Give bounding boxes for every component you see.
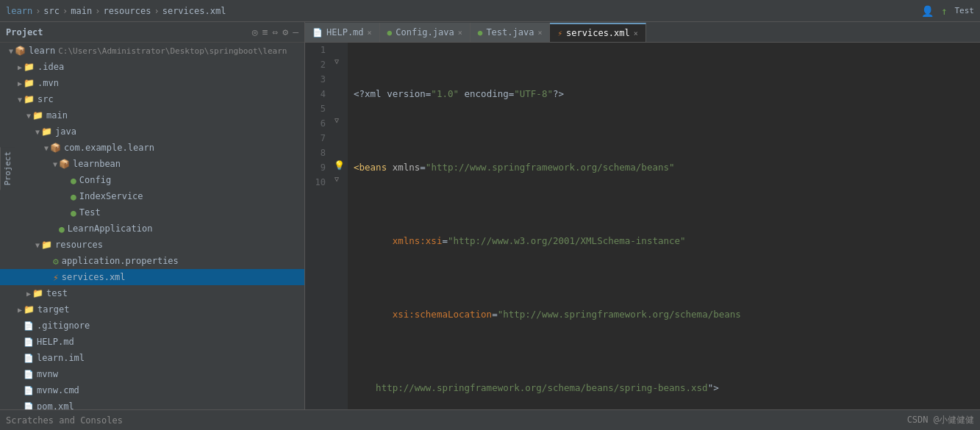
arrow-idea: ▶ [18,63,22,71]
code-line-1: <?xml version="1.0" encoding="UTF-8"?> [354,87,974,101]
tree-item-test[interactable]: ▶ 📁 test [0,285,304,301]
locate-icon[interactable]: ◎ [252,26,258,37]
line-numbers: 1 2 3 4 5 6 7 8 9 10 [305,43,332,409]
tab-label-servicesxml: services.xml [566,28,630,38]
tab-configjava[interactable]: ● Config.java × [380,23,471,42]
folder-icon-java: 📁 [41,126,52,137]
code-editor[interactable]: <?xml version="1.0" encoding="UTF-8"?> <… [348,43,980,409]
expand-icon[interactable]: ⇔ [273,26,279,37]
tree-label-services-xml: services.xml [62,272,126,282]
project-tab[interactable]: Project [0,147,15,190]
tree-item-learn[interactable]: ▼ 📦 learn C:\Users\Administrator\Desktop… [0,43,304,59]
tree-label-test: test [46,288,68,298]
tree-label-mvnwcmd: mvnw.cmd [37,385,79,395]
arrow-learnbean: ▼ [53,160,57,168]
separator-2: › [62,6,68,16]
tab-servicesxml[interactable]: ⚡ services.xml × [550,23,645,42]
breadcrumb-learn[interactable]: learn [6,6,32,16]
ln-2: 2 [311,57,326,72]
folder-icon-target: 📁 [24,304,35,315]
tree-item-mvnw[interactable]: ▶ 📄 mvnw [0,366,304,382]
tree-item-target[interactable]: ▶ 📁 target [0,301,304,318]
ln-5: 5 [311,101,326,116]
tree-label-main: main [46,110,68,121]
arrow-mvn: ▶ [18,79,22,87]
tree-label-Config: Config [79,175,111,185]
tab-helpmd[interactable]: 📄 HELP.md × [305,23,380,42]
pom-icon: 📄 [24,402,34,410]
tree-label-src: src [37,94,54,104]
sidebar: Project ◎ ≡ ⇔ ⚙ — ▼ 📦 learn C:\Users\Adm… [0,22,305,409]
tree-item-gitignore[interactable]: ▶ 📄 .gitignore [0,318,304,334]
tree-item-main[interactable]: ▼ 📁 main [0,107,304,123]
tree-label-mvn: .mvn [37,78,59,88]
breadcrumb: learn › src › main › resources › service… [6,6,226,16]
sidebar-header: Project ◎ ≡ ⇔ ⚙ — [0,22,304,43]
editor-content[interactable]: 1 2 3 4 5 6 7 8 9 10 ▽ ▽ 💡 ▽ [305,43,980,409]
file-tree: ▼ 📦 learn C:\Users\Administrator\Desktop… [0,43,304,409]
collapse-all-icon[interactable]: ≡ [262,26,268,37]
arrow-resources: ▼ [35,241,40,249]
tree-item-src[interactable]: ▼ 📁 src [0,91,304,107]
tree-item-Config[interactable]: ▶ ● Config [0,172,304,188]
tree-label-pomxml: pom.xml [37,401,74,409]
gear-icon[interactable]: ⚙ [282,26,288,37]
tree-item-Test[interactable]: ▶ ● Test [0,204,304,221]
tree-item-com-example[interactable]: ▼ 📦 com.example.learn [0,140,304,156]
tree-item-mvn[interactable]: ▶ 📁 .mvn [0,75,304,91]
tree-item-LearnApplication[interactable]: ▶ ● LearnApplication [0,221,304,237]
folder-icon-src: 📁 [24,94,35,104]
folder-icon-main: 📁 [32,110,43,121]
fold-icon-2[interactable]: ▽ [335,57,339,65]
tree-item-idea[interactable]: ▶ 📁 .idea [0,59,304,75]
tree-item-application-properties[interactable]: ▶ ⚙ application.properties [0,253,304,269]
bottom-bar: Scratches and Consoles CSDN @小健健健 [0,409,980,430]
editor-area: 📄 HELP.md × ● Config.java × ● Test.java … [305,22,980,409]
tree-item-java[interactable]: ▼ 📁 java [0,123,304,140]
tree-path-learn: C:\Users\Administrator\Desktop\springboo… [58,46,287,56]
sidebar-toolbar: ◎ ≡ ⇔ ⚙ — [252,26,298,37]
scratches-label: Scratches and Consoles [6,415,123,426]
gutter: ▽ ▽ 💡 ▽ [332,43,348,409]
tab-close-helpmd[interactable]: × [368,29,372,37]
package-icon-com-example: 📦 [50,143,61,153]
java-icon-Config: ● [71,175,76,186]
tree-item-mvnwcmd[interactable]: ▶ 📄 mvnw.cmd [0,382,304,398]
vcs-icon[interactable]: ↑ [941,5,947,17]
ln-8: 8 [311,146,326,160]
tab-icon-testjava: ● [478,28,483,37]
close-sidebar-icon[interactable]: — [293,26,298,37]
tree-label-com-example: com.example.learn [64,143,154,153]
run-config-label[interactable]: Test [955,6,975,15]
tab-close-servicesxml[interactable]: × [634,29,638,37]
account-icon[interactable]: 👤 [921,5,934,17]
tree-item-services-xml[interactable]: ▶ ⚡ services.xml [0,269,304,285]
fold-icon-10[interactable]: ▽ [335,175,339,183]
tab-label-helpmd: HELP.md [326,27,364,37]
arrow-target: ▶ [18,306,22,314]
tree-item-IndexService[interactable]: ▶ ● IndexService [0,188,304,204]
ln-6: 6 [311,116,326,131]
tree-label-learniml: learn.iml [37,353,85,363]
tree-label-IndexService: IndexService [79,191,143,201]
tab-icon-configjava: ● [387,28,393,37]
tree-item-helpmd[interactable]: ▶ 📄 HELP.md [0,334,304,350]
tree-label-resources: resources [55,240,103,250]
tree-item-learnbean[interactable]: ▼ 📦 learnbean [0,156,304,172]
warning-icon-9: 💡 [334,160,345,171]
fold-icon-6[interactable]: ▽ [335,116,339,124]
tree-item-resources[interactable]: ▼ 📁 resources [0,237,304,253]
properties-icon: ⚙ [53,256,59,267]
md-icon: 📄 [24,337,34,347]
arrow-src: ▼ [18,96,22,104]
arrow-java: ▼ [35,128,40,136]
arrow-main: ▼ [26,112,31,120]
tree-item-pomxml[interactable]: ▶ 📄 pom.xml [0,398,304,409]
top-bar: learn › src › main › resources › service… [0,0,980,22]
arrow-learn: ▼ [9,47,13,55]
tab-close-testjava[interactable]: × [537,29,542,37]
tab-close-configjava[interactable]: × [458,29,462,37]
tree-item-learniml[interactable]: ▶ 📄 learn.iml [0,350,304,366]
tab-testjava[interactable]: ● Test.java × [471,23,551,42]
tree-label-target: target [37,304,69,315]
